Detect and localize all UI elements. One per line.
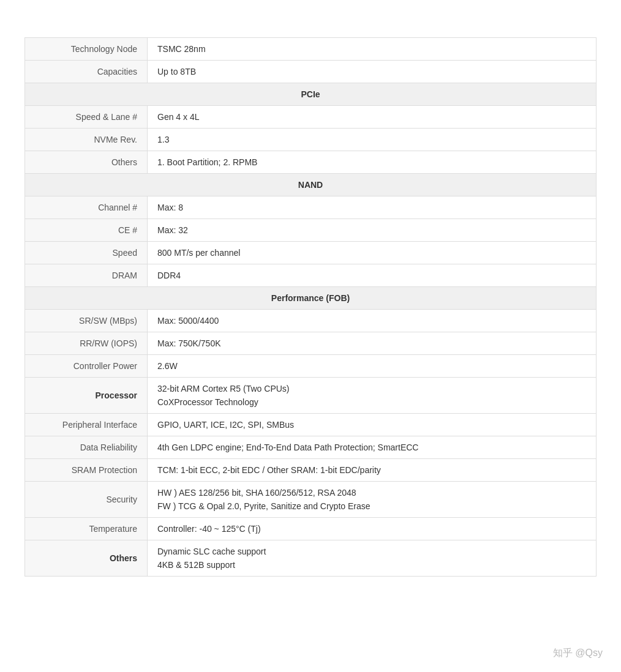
row-label: Others <box>25 151 148 174</box>
row-value: Max: 32 <box>148 219 597 242</box>
row-label: CE # <box>25 219 148 242</box>
value-line: 32-bit ARM Cortex R5 (Two CPUs) <box>157 384 586 394</box>
row-value: 800 MT/s per channel <box>148 242 597 264</box>
row-label: NVMe Rev. <box>25 129 148 151</box>
row-label: Data Reliability <box>25 436 148 459</box>
row-label: Peripheral Interface <box>25 414 148 436</box>
row-label: Security <box>25 482 148 518</box>
table-row: OthersDynamic SLC cache support4KB & 512… <box>25 540 597 577</box>
table-row: Processor32-bit ARM Cortex R5 (Two CPUs)… <box>25 378 597 414</box>
row-value: Dynamic SLC cache support4KB & 512B supp… <box>148 540 597 577</box>
value-line: FW ) TCG & Opal 2.0, Pyrite, Sanitize an… <box>157 501 586 511</box>
row-value: Max: 5000/4400 <box>148 310 597 332</box>
page-title <box>24 12 597 25</box>
row-label: Technology Node <box>25 38 148 61</box>
row-value: Max: 750K/750K <box>148 332 597 355</box>
row-label: Channel # <box>25 196 148 219</box>
row-value: Max: 8 <box>148 196 597 219</box>
row-value: 32-bit ARM Cortex R5 (Two CPUs)CoXProces… <box>148 378 597 414</box>
table-row: SR/SW (MBps)Max: 5000/4400 <box>25 310 597 332</box>
row-label: DRAM <box>25 264 148 287</box>
section-header: NAND <box>25 174 597 196</box>
row-value: Controller: -40 ~ 125°C (Tj) <box>148 518 597 540</box>
table-row: NVMe Rev.1.3 <box>25 129 597 151</box>
row-value: Gen 4 x 4L <box>148 106 597 129</box>
spec-table: Technology NodeTSMC 28nmCapacitiesUp to … <box>24 37 597 577</box>
table-row: SRAM ProtectionTCM: 1-bit ECC, 2-bit EDC… <box>25 459 597 482</box>
table-row: Speed800 MT/s per channel <box>25 242 597 264</box>
watermark: 知乎 @Qsy <box>553 647 603 660</box>
row-value: 2.6W <box>148 355 597 378</box>
section-title: NAND <box>25 174 597 196</box>
row-value: DDR4 <box>148 264 597 287</box>
table-row: Data Reliability4th Gen LDPC engine; End… <box>25 436 597 459</box>
value-line: Dynamic SLC cache support <box>157 547 586 556</box>
row-value: Up to 8TB <box>148 61 597 83</box>
row-label: Processor <box>25 378 148 414</box>
value-line: CoXProcessor Technology <box>157 397 586 407</box>
row-value: GPIO, UART, ICE, I2C, SPI, SMBus <box>148 414 597 436</box>
row-value: HW ) AES 128/256 bit, SHA 160/256/512, R… <box>148 482 597 518</box>
row-label: SR/SW (MBps) <box>25 310 148 332</box>
row-label: Capacities <box>25 61 148 83</box>
row-value: TCM: 1-bit ECC, 2-bit EDC / Other SRAM: … <box>148 459 597 482</box>
table-row: RR/RW (IOPS)Max: 750K/750K <box>25 332 597 355</box>
table-row: CapacitiesUp to 8TB <box>25 61 597 83</box>
value-line: 4KB & 512B support <box>157 560 586 570</box>
row-label: Speed <box>25 242 148 264</box>
table-row: TemperatureController: -40 ~ 125°C (Tj) <box>25 518 597 540</box>
value-line: HW ) AES 128/256 bit, SHA 160/256/512, R… <box>157 488 586 498</box>
section-header: PCIe <box>25 83 597 106</box>
row-value: 1.3 <box>148 129 597 151</box>
table-row: Peripheral InterfaceGPIO, UART, ICE, I2C… <box>25 414 597 436</box>
table-row: Channel #Max: 8 <box>25 196 597 219</box>
section-header: Performance (FOB) <box>25 287 597 310</box>
table-row: CE #Max: 32 <box>25 219 597 242</box>
table-row: Controller Power2.6W <box>25 355 597 378</box>
row-label: RR/RW (IOPS) <box>25 332 148 355</box>
row-value: 1. Boot Partition; 2. RPMB <box>148 151 597 174</box>
section-title: Performance (FOB) <box>25 287 597 310</box>
table-row: Speed & Lane #Gen 4 x 4L <box>25 106 597 129</box>
page-wrapper: Technology NodeTSMC 28nmCapacitiesUp to … <box>0 0 621 672</box>
table-row: Technology NodeTSMC 28nm <box>25 38 597 61</box>
table-row: SecurityHW ) AES 128/256 bit, SHA 160/25… <box>25 482 597 518</box>
row-label: Speed & Lane # <box>25 106 148 129</box>
table-row: DRAMDDR4 <box>25 264 597 287</box>
row-value: 4th Gen LDPC engine; End-To-End Data Pat… <box>148 436 597 459</box>
row-label: SRAM Protection <box>25 459 148 482</box>
row-label: Temperature <box>25 518 148 540</box>
row-value: TSMC 28nm <box>148 38 597 61</box>
row-label: Controller Power <box>25 355 148 378</box>
row-label: Others <box>25 540 148 577</box>
section-title: PCIe <box>25 83 597 106</box>
table-row: Others1. Boot Partition; 2. RPMB <box>25 151 597 174</box>
